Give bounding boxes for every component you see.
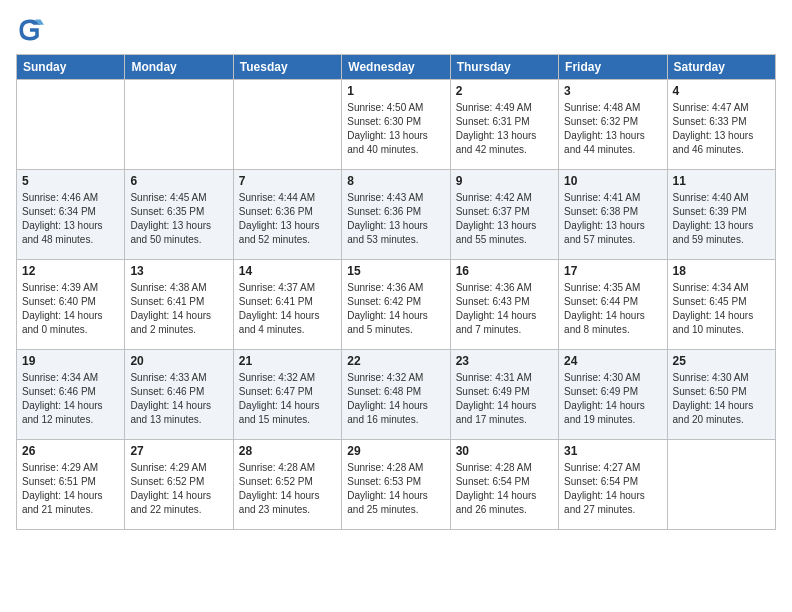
day-info: Sunrise: 4:33 AM Sunset: 6:46 PM Dayligh… bbox=[130, 371, 227, 427]
calendar-cell: 29Sunrise: 4:28 AM Sunset: 6:53 PM Dayli… bbox=[342, 440, 450, 530]
day-info: Sunrise: 4:35 AM Sunset: 6:44 PM Dayligh… bbox=[564, 281, 661, 337]
day-info: Sunrise: 4:39 AM Sunset: 6:40 PM Dayligh… bbox=[22, 281, 119, 337]
day-number: 10 bbox=[564, 174, 661, 188]
day-number: 28 bbox=[239, 444, 336, 458]
calendar-cell: 1Sunrise: 4:50 AM Sunset: 6:30 PM Daylig… bbox=[342, 80, 450, 170]
weekday-header-saturday: Saturday bbox=[667, 55, 775, 80]
calendar-cell: 20Sunrise: 4:33 AM Sunset: 6:46 PM Dayli… bbox=[125, 350, 233, 440]
calendar-cell: 30Sunrise: 4:28 AM Sunset: 6:54 PM Dayli… bbox=[450, 440, 558, 530]
calendar-week-5: 26Sunrise: 4:29 AM Sunset: 6:51 PM Dayli… bbox=[17, 440, 776, 530]
calendar-cell: 16Sunrise: 4:36 AM Sunset: 6:43 PM Dayli… bbox=[450, 260, 558, 350]
day-info: Sunrise: 4:41 AM Sunset: 6:38 PM Dayligh… bbox=[564, 191, 661, 247]
logo-icon bbox=[16, 16, 44, 44]
calendar-cell bbox=[17, 80, 125, 170]
calendar-cell: 2Sunrise: 4:49 AM Sunset: 6:31 PM Daylig… bbox=[450, 80, 558, 170]
day-number: 9 bbox=[456, 174, 553, 188]
calendar-cell: 7Sunrise: 4:44 AM Sunset: 6:36 PM Daylig… bbox=[233, 170, 341, 260]
weekday-header-wednesday: Wednesday bbox=[342, 55, 450, 80]
day-number: 4 bbox=[673, 84, 770, 98]
calendar-cell: 15Sunrise: 4:36 AM Sunset: 6:42 PM Dayli… bbox=[342, 260, 450, 350]
day-info: Sunrise: 4:32 AM Sunset: 6:48 PM Dayligh… bbox=[347, 371, 444, 427]
calendar-cell: 31Sunrise: 4:27 AM Sunset: 6:54 PM Dayli… bbox=[559, 440, 667, 530]
day-number: 18 bbox=[673, 264, 770, 278]
day-number: 30 bbox=[456, 444, 553, 458]
calendar-cell: 5Sunrise: 4:46 AM Sunset: 6:34 PM Daylig… bbox=[17, 170, 125, 260]
day-number: 27 bbox=[130, 444, 227, 458]
calendar-cell: 12Sunrise: 4:39 AM Sunset: 6:40 PM Dayli… bbox=[17, 260, 125, 350]
day-number: 14 bbox=[239, 264, 336, 278]
day-info: Sunrise: 4:44 AM Sunset: 6:36 PM Dayligh… bbox=[239, 191, 336, 247]
day-number: 19 bbox=[22, 354, 119, 368]
day-info: Sunrise: 4:36 AM Sunset: 6:42 PM Dayligh… bbox=[347, 281, 444, 337]
calendar-cell: 13Sunrise: 4:38 AM Sunset: 6:41 PM Dayli… bbox=[125, 260, 233, 350]
day-info: Sunrise: 4:37 AM Sunset: 6:41 PM Dayligh… bbox=[239, 281, 336, 337]
day-number: 29 bbox=[347, 444, 444, 458]
day-info: Sunrise: 4:46 AM Sunset: 6:34 PM Dayligh… bbox=[22, 191, 119, 247]
day-number: 16 bbox=[456, 264, 553, 278]
day-number: 5 bbox=[22, 174, 119, 188]
calendar-cell: 8Sunrise: 4:43 AM Sunset: 6:36 PM Daylig… bbox=[342, 170, 450, 260]
day-number: 2 bbox=[456, 84, 553, 98]
calendar-cell: 28Sunrise: 4:28 AM Sunset: 6:52 PM Dayli… bbox=[233, 440, 341, 530]
day-info: Sunrise: 4:38 AM Sunset: 6:41 PM Dayligh… bbox=[130, 281, 227, 337]
calendar-cell: 6Sunrise: 4:45 AM Sunset: 6:35 PM Daylig… bbox=[125, 170, 233, 260]
calendar-cell: 24Sunrise: 4:30 AM Sunset: 6:49 PM Dayli… bbox=[559, 350, 667, 440]
day-info: Sunrise: 4:50 AM Sunset: 6:30 PM Dayligh… bbox=[347, 101, 444, 157]
day-info: Sunrise: 4:31 AM Sunset: 6:49 PM Dayligh… bbox=[456, 371, 553, 427]
calendar-week-1: 1Sunrise: 4:50 AM Sunset: 6:30 PM Daylig… bbox=[17, 80, 776, 170]
weekday-header-tuesday: Tuesday bbox=[233, 55, 341, 80]
calendar-cell: 18Sunrise: 4:34 AM Sunset: 6:45 PM Dayli… bbox=[667, 260, 775, 350]
day-info: Sunrise: 4:30 AM Sunset: 6:50 PM Dayligh… bbox=[673, 371, 770, 427]
day-info: Sunrise: 4:30 AM Sunset: 6:49 PM Dayligh… bbox=[564, 371, 661, 427]
day-info: Sunrise: 4:32 AM Sunset: 6:47 PM Dayligh… bbox=[239, 371, 336, 427]
day-number: 25 bbox=[673, 354, 770, 368]
calendar-cell: 4Sunrise: 4:47 AM Sunset: 6:33 PM Daylig… bbox=[667, 80, 775, 170]
weekday-header-row: SundayMondayTuesdayWednesdayThursdayFrid… bbox=[17, 55, 776, 80]
page-header bbox=[16, 16, 776, 44]
day-info: Sunrise: 4:28 AM Sunset: 6:54 PM Dayligh… bbox=[456, 461, 553, 517]
calendar-cell: 23Sunrise: 4:31 AM Sunset: 6:49 PM Dayli… bbox=[450, 350, 558, 440]
calendar-cell: 22Sunrise: 4:32 AM Sunset: 6:48 PM Dayli… bbox=[342, 350, 450, 440]
calendar-cell bbox=[125, 80, 233, 170]
day-number: 23 bbox=[456, 354, 553, 368]
calendar-cell: 3Sunrise: 4:48 AM Sunset: 6:32 PM Daylig… bbox=[559, 80, 667, 170]
calendar-cell: 25Sunrise: 4:30 AM Sunset: 6:50 PM Dayli… bbox=[667, 350, 775, 440]
day-number: 11 bbox=[673, 174, 770, 188]
calendar-cell: 9Sunrise: 4:42 AM Sunset: 6:37 PM Daylig… bbox=[450, 170, 558, 260]
calendar-cell: 27Sunrise: 4:29 AM Sunset: 6:52 PM Dayli… bbox=[125, 440, 233, 530]
calendar-cell bbox=[667, 440, 775, 530]
calendar-table: SundayMondayTuesdayWednesdayThursdayFrid… bbox=[16, 54, 776, 530]
day-number: 15 bbox=[347, 264, 444, 278]
day-number: 1 bbox=[347, 84, 444, 98]
day-info: Sunrise: 4:47 AM Sunset: 6:33 PM Dayligh… bbox=[673, 101, 770, 157]
day-number: 7 bbox=[239, 174, 336, 188]
day-info: Sunrise: 4:34 AM Sunset: 6:45 PM Dayligh… bbox=[673, 281, 770, 337]
day-number: 13 bbox=[130, 264, 227, 278]
weekday-header-monday: Monday bbox=[125, 55, 233, 80]
day-info: Sunrise: 4:29 AM Sunset: 6:51 PM Dayligh… bbox=[22, 461, 119, 517]
day-number: 24 bbox=[564, 354, 661, 368]
calendar-week-2: 5Sunrise: 4:46 AM Sunset: 6:34 PM Daylig… bbox=[17, 170, 776, 260]
day-number: 21 bbox=[239, 354, 336, 368]
calendar-cell: 11Sunrise: 4:40 AM Sunset: 6:39 PM Dayli… bbox=[667, 170, 775, 260]
day-number: 26 bbox=[22, 444, 119, 458]
day-number: 3 bbox=[564, 84, 661, 98]
day-info: Sunrise: 4:43 AM Sunset: 6:36 PM Dayligh… bbox=[347, 191, 444, 247]
calendar-cell: 26Sunrise: 4:29 AM Sunset: 6:51 PM Dayli… bbox=[17, 440, 125, 530]
weekday-header-friday: Friday bbox=[559, 55, 667, 80]
calendar-cell: 10Sunrise: 4:41 AM Sunset: 6:38 PM Dayli… bbox=[559, 170, 667, 260]
day-number: 12 bbox=[22, 264, 119, 278]
day-number: 17 bbox=[564, 264, 661, 278]
calendar-cell: 14Sunrise: 4:37 AM Sunset: 6:41 PM Dayli… bbox=[233, 260, 341, 350]
weekday-header-sunday: Sunday bbox=[17, 55, 125, 80]
day-info: Sunrise: 4:28 AM Sunset: 6:52 PM Dayligh… bbox=[239, 461, 336, 517]
day-number: 22 bbox=[347, 354, 444, 368]
calendar-week-3: 12Sunrise: 4:39 AM Sunset: 6:40 PM Dayli… bbox=[17, 260, 776, 350]
day-number: 8 bbox=[347, 174, 444, 188]
day-number: 6 bbox=[130, 174, 227, 188]
calendar-week-4: 19Sunrise: 4:34 AM Sunset: 6:46 PM Dayli… bbox=[17, 350, 776, 440]
day-info: Sunrise: 4:45 AM Sunset: 6:35 PM Dayligh… bbox=[130, 191, 227, 247]
day-number: 20 bbox=[130, 354, 227, 368]
day-number: 31 bbox=[564, 444, 661, 458]
day-info: Sunrise: 4:42 AM Sunset: 6:37 PM Dayligh… bbox=[456, 191, 553, 247]
